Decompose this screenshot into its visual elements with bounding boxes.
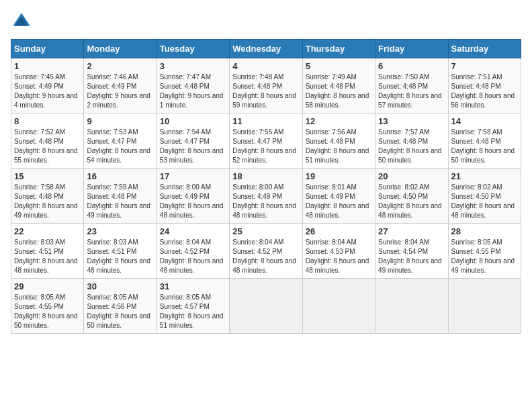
calendar-cell: 28 Sunrise: 8:05 AMSunset: 4:55 PMDaylig… [448,224,521,279]
day-info: Sunrise: 7:51 AMSunset: 4:48 PMDaylight:… [451,73,515,109]
day-info: Sunrise: 7:48 AMSunset: 4:48 PMDaylight:… [232,73,296,109]
day-info: Sunrise: 8:05 AMSunset: 4:56 PMDaylight:… [87,293,150,329]
logo-icon [11,11,32,32]
weekday-header-sunday: Sunday [11,40,84,58]
day-info: Sunrise: 8:04 AMSunset: 4:52 PMDaylight:… [160,238,224,274]
day-number: 27 [378,226,445,236]
calendar-cell: 25 Sunrise: 8:04 AMSunset: 4:52 PMDaylig… [230,224,302,279]
day-number: 20 [378,171,445,181]
calendar-cell: 31 Sunrise: 8:05 AMSunset: 4:57 PMDaylig… [157,279,229,334]
logo [11,11,35,32]
day-info: Sunrise: 7:47 AMSunset: 4:48 PMDaylight:… [160,73,224,109]
day-number: 28 [451,226,518,236]
day-number: 8 [14,116,81,126]
day-number: 7 [451,61,518,71]
day-number: 23 [87,226,153,236]
day-number: 16 [87,171,153,181]
calendar-row: 1 Sunrise: 7:45 AMSunset: 4:49 PMDayligh… [11,58,521,113]
day-info: Sunrise: 8:03 AMSunset: 4:51 PMDaylight:… [14,238,78,274]
calendar-cell: 26 Sunrise: 8:04 AMSunset: 4:53 PMDaylig… [302,224,375,279]
weekday-header-monday: Monday [84,40,157,58]
day-number: 4 [232,61,299,71]
calendar-cell: 10 Sunrise: 7:54 AMSunset: 4:47 PMDaylig… [157,113,229,169]
day-number: 29 [14,281,81,291]
calendar-row: 29 Sunrise: 8:05 AMSunset: 4:55 PMDaylig… [11,279,521,334]
calendar-cell: 30 Sunrise: 8:05 AMSunset: 4:56 PMDaylig… [84,279,157,334]
day-number: 2 [87,61,153,71]
day-info: Sunrise: 8:05 AMSunset: 4:55 PMDaylight:… [451,238,515,274]
day-number: 24 [160,226,226,236]
calendar-cell: 5 Sunrise: 7:49 AMSunset: 4:48 PMDayligh… [302,58,375,113]
day-number: 1 [14,61,81,71]
calendar-row: 15 Sunrise: 7:58 AMSunset: 4:48 PMDaylig… [11,169,521,224]
day-info: Sunrise: 8:02 AMSunset: 4:50 PMDaylight:… [378,183,442,219]
day-number: 9 [87,116,153,126]
day-number: 12 [306,116,372,126]
calendar-row: 22 Sunrise: 8:03 AMSunset: 4:51 PMDaylig… [11,224,521,279]
calendar-table: SundayMondayTuesdayWednesdayThursdayFrid… [11,39,521,334]
calendar-cell: 29 Sunrise: 8:05 AMSunset: 4:55 PMDaylig… [11,279,84,334]
weekday-header-friday: Friday [375,40,448,58]
day-number: 13 [378,116,445,126]
day-info: Sunrise: 8:02 AMSunset: 4:50 PMDaylight:… [451,183,515,219]
day-number: 31 [160,281,226,291]
calendar-cell: 19 Sunrise: 8:01 AMSunset: 4:49 PMDaylig… [302,169,375,224]
calendar-cell: 9 Sunrise: 7:53 AMSunset: 4:47 PMDayligh… [84,113,157,169]
day-info: Sunrise: 7:58 AMSunset: 4:48 PMDaylight:… [14,183,78,219]
day-info: Sunrise: 8:01 AMSunset: 4:49 PMDaylight:… [306,183,369,219]
calendar-cell: 6 Sunrise: 7:50 AMSunset: 4:48 PMDayligh… [375,58,448,113]
day-info: Sunrise: 7:45 AMSunset: 4:49 PMDaylight:… [14,73,78,109]
page-header [11,11,521,32]
calendar-cell: 21 Sunrise: 8:02 AMSunset: 4:50 PMDaylig… [448,169,521,224]
calendar-cell: 14 Sunrise: 7:58 AMSunset: 4:48 PMDaylig… [448,113,521,169]
weekday-header-thursday: Thursday [302,40,375,58]
calendar-cell: 27 Sunrise: 8:04 AMSunset: 4:54 PMDaylig… [375,224,448,279]
calendar-cell: 3 Sunrise: 7:47 AMSunset: 4:48 PMDayligh… [157,58,229,113]
weekday-header-wednesday: Wednesday [230,40,302,58]
day-number: 30 [87,281,153,291]
calendar-cell: 8 Sunrise: 7:52 AMSunset: 4:48 PMDayligh… [11,113,84,169]
day-info: Sunrise: 7:57 AMSunset: 4:48 PMDaylight:… [378,128,442,164]
calendar-row: 8 Sunrise: 7:52 AMSunset: 4:48 PMDayligh… [11,113,521,169]
calendar-cell: 18 Sunrise: 8:00 AMSunset: 4:49 PMDaylig… [230,169,302,224]
day-info: Sunrise: 7:49 AMSunset: 4:48 PMDaylight:… [306,73,369,109]
day-number: 6 [378,61,445,71]
day-number: 25 [232,226,299,236]
day-number: 3 [160,61,226,71]
calendar-cell: 23 Sunrise: 8:03 AMSunset: 4:51 PMDaylig… [84,224,157,279]
calendar-cell [302,279,375,334]
calendar-cell [230,279,302,334]
day-number: 10 [160,116,226,126]
day-number: 5 [306,61,372,71]
day-info: Sunrise: 8:05 AMSunset: 4:55 PMDaylight:… [14,293,78,329]
day-info: Sunrise: 7:53 AMSunset: 4:47 PMDaylight:… [87,128,150,164]
day-info: Sunrise: 7:50 AMSunset: 4:48 PMDaylight:… [378,73,442,109]
day-info: Sunrise: 7:54 AMSunset: 4:47 PMDaylight:… [160,128,224,164]
calendar-cell: 7 Sunrise: 7:51 AMSunset: 4:48 PMDayligh… [448,58,521,113]
calendar-cell: 24 Sunrise: 8:04 AMSunset: 4:52 PMDaylig… [157,224,229,279]
day-number: 19 [306,171,372,181]
day-info: Sunrise: 8:04 AMSunset: 4:52 PMDaylight:… [232,238,296,274]
day-number: 14 [451,116,518,126]
day-info: Sunrise: 8:05 AMSunset: 4:57 PMDaylight:… [160,293,224,329]
day-info: Sunrise: 8:03 AMSunset: 4:51 PMDaylight:… [87,238,150,274]
day-number: 11 [232,116,299,126]
day-info: Sunrise: 7:56 AMSunset: 4:48 PMDaylight:… [306,128,369,164]
day-number: 15 [14,171,81,181]
day-number: 18 [232,171,299,181]
calendar-cell: 2 Sunrise: 7:46 AMSunset: 4:49 PMDayligh… [84,58,157,113]
calendar-cell: 17 Sunrise: 8:00 AMSunset: 4:49 PMDaylig… [157,169,229,224]
day-info: Sunrise: 8:00 AMSunset: 4:49 PMDaylight:… [232,183,296,219]
day-info: Sunrise: 8:00 AMSunset: 4:49 PMDaylight:… [160,183,224,219]
calendar-cell: 15 Sunrise: 7:58 AMSunset: 4:48 PMDaylig… [11,169,84,224]
day-info: Sunrise: 7:46 AMSunset: 4:49 PMDaylight:… [87,73,150,109]
day-info: Sunrise: 7:59 AMSunset: 4:48 PMDaylight:… [87,183,150,219]
calendar-cell: 16 Sunrise: 7:59 AMSunset: 4:48 PMDaylig… [84,169,157,224]
weekday-header-tuesday: Tuesday [157,40,229,58]
day-info: Sunrise: 7:58 AMSunset: 4:48 PMDaylight:… [451,128,515,164]
day-number: 17 [160,171,226,181]
day-info: Sunrise: 8:04 AMSunset: 4:54 PMDaylight:… [378,238,442,274]
day-number: 22 [14,226,81,236]
day-info: Sunrise: 7:52 AMSunset: 4:48 PMDaylight:… [14,128,78,164]
calendar-cell: 11 Sunrise: 7:55 AMSunset: 4:47 PMDaylig… [230,113,302,169]
